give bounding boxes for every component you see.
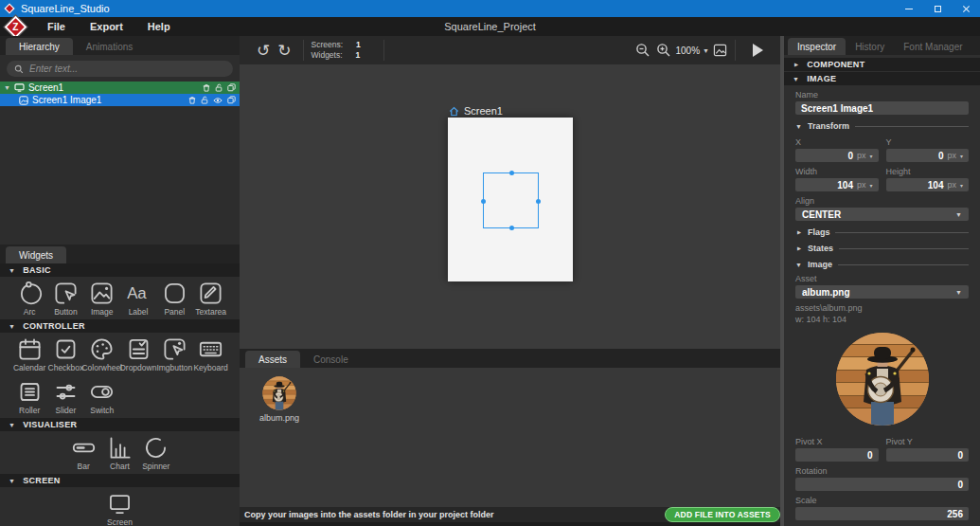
widget-keyboard[interactable]: Keyboard: [192, 336, 228, 372]
tab-hierarchy[interactable]: Hierarchy: [6, 38, 73, 55]
resize-handle-bottom[interactable]: [509, 226, 514, 230]
canvas-screen-label[interactable]: Screen1: [464, 105, 503, 117]
hierarchy-search[interactable]: [7, 61, 233, 77]
tab-history[interactable]: History: [846, 38, 894, 55]
screen-widget-icon: [107, 491, 133, 517]
widget-textarea[interactable]: Textarea: [192, 281, 228, 317]
roller-icon: [17, 379, 43, 405]
height-input[interactable]: 104 px ▾: [886, 178, 970, 191]
calendar-icon: [17, 336, 43, 362]
tree-row-screen1-image1[interactable]: Screen1 Image1: [0, 94, 240, 106]
duplicate-icon[interactable]: [227, 96, 236, 104]
y-input[interactable]: 0 px ▾: [886, 149, 970, 162]
x-input[interactable]: 0 px ▾: [795, 149, 879, 162]
section-image[interactable]: ▼ IMAGE: [784, 72, 980, 85]
scale-input[interactable]: 256: [795, 507, 969, 520]
widget-bar[interactable]: Bar: [65, 435, 101, 471]
widget-colorwheel[interactable]: Colorwheel: [84, 336, 120, 372]
minimize-icon: [905, 9, 913, 9]
menu-file[interactable]: File: [35, 21, 78, 32]
asset-select[interactable]: album.png ▼: [795, 285, 969, 299]
unlock-icon[interactable]: [215, 83, 223, 92]
widget-switch[interactable]: Switch: [84, 379, 120, 415]
name-input[interactable]: Screen1 Image1: [795, 101, 969, 115]
visibility-icon[interactable]: [213, 97, 223, 104]
asset-path-text: assets\album.png w: 104 h: 104: [795, 302, 969, 325]
unit-dropdown-icon[interactable]: ▾: [960, 182, 963, 189]
section-component[interactable]: ▼ COMPONENT: [784, 58, 980, 71]
widget-screen[interactable]: Screen: [101, 491, 137, 526]
close-icon: [962, 5, 970, 12]
resize-handle-left[interactable]: [481, 199, 486, 204]
delete-icon[interactable]: [188, 96, 196, 104]
app-logo-icon: [4, 3, 15, 14]
section-controller[interactable]: ▼ CONTROLLER: [0, 319, 240, 333]
widget-roller[interactable]: Roller: [11, 379, 47, 415]
expand-caret-icon[interactable]: ▼: [4, 84, 10, 91]
tree-row-screen1[interactable]: ▼ Screen1: [0, 82, 240, 94]
maximize-button[interactable]: [923, 0, 952, 17]
asset-album-png[interactable]: album.png: [251, 376, 308, 423]
widget-dropdown[interactable]: Dropdown: [120, 336, 156, 372]
width-input[interactable]: 104 px ▾: [795, 178, 879, 191]
tab-widgets[interactable]: Widgets: [6, 246, 66, 263]
delete-icon[interactable]: [203, 83, 210, 92]
textarea-icon: [198, 281, 223, 306]
zoom-out-icon[interactable]: [635, 43, 650, 58]
pivot-x-input[interactable]: 0: [795, 448, 879, 462]
states-subheader[interactable]: ▼ States: [795, 244, 969, 253]
widget-chart[interactable]: Chart: [101, 435, 137, 471]
assets-panel: Assets Console album.png Copy your image…: [240, 349, 784, 526]
align-select[interactable]: CENTER ▼: [795, 208, 969, 221]
flags-subheader[interactable]: ▼ Flags: [795, 227, 969, 237]
image-widget-selection[interactable]: [483, 172, 539, 228]
tab-animations[interactable]: Animations: [73, 38, 146, 55]
widget-calendar[interactable]: Calendar: [11, 336, 47, 372]
transform-subheader[interactable]: ▼ Transform: [795, 121, 969, 131]
unlock-icon[interactable]: [201, 96, 208, 104]
screen1-artboard[interactable]: [448, 118, 573, 281]
redo-button[interactable]: ↻: [274, 43, 294, 59]
widget-slider[interactable]: Slider: [47, 379, 83, 415]
height-label: Height: [886, 167, 980, 176]
minimize-button[interactable]: [895, 0, 923, 17]
resize-handle-top[interactable]: [509, 171, 514, 175]
design-canvas[interactable]: Screen1: [240, 64, 784, 349]
pivot-y-input[interactable]: 0: [886, 448, 970, 462]
section-screen[interactable]: ▼ SCREEN: [0, 474, 240, 487]
tab-console[interactable]: Console: [300, 351, 362, 368]
zoom-in-icon[interactable]: [656, 43, 671, 58]
scale-label: Scale: [795, 496, 969, 505]
unit-dropdown-icon[interactable]: ▾: [869, 153, 872, 159]
zoom-level-dropdown[interactable]: 100% ▼: [671, 45, 713, 56]
undo-button[interactable]: ↺: [253, 43, 274, 59]
widget-panel[interactable]: Panel: [156, 281, 192, 317]
duplicate-icon[interactable]: [227, 83, 236, 92]
image-subheader[interactable]: ▼ Image: [795, 260, 969, 269]
close-button[interactable]: [952, 0, 980, 17]
unit-dropdown-icon[interactable]: ▾: [960, 153, 963, 159]
fit-screen-icon[interactable]: [713, 44, 727, 57]
resize-handle-right[interactable]: [536, 199, 541, 204]
widget-imgbutton[interactable]: Imgbutton: [156, 336, 192, 372]
section-basic[interactable]: ▼ BASIC: [0, 263, 240, 277]
unit-dropdown-icon[interactable]: ▾: [869, 182, 872, 189]
widget-label[interactable]: Aa Label: [120, 281, 156, 317]
widget-arc[interactable]: Arc: [11, 281, 47, 317]
chart-icon: [107, 435, 133, 461]
tab-font-manager[interactable]: Font Manager: [894, 38, 971, 55]
widget-image[interactable]: Image: [84, 281, 120, 317]
rotation-input[interactable]: 0: [795, 478, 969, 491]
tab-inspector[interactable]: Inspector: [788, 38, 846, 55]
menu-help[interactable]: Help: [135, 21, 183, 32]
widget-spinner[interactable]: Spinner: [138, 435, 174, 471]
section-visualiser[interactable]: ▼ VISUALISER: [0, 418, 240, 431]
menu-export[interactable]: Export: [78, 21, 135, 32]
tab-assets[interactable]: Assets: [245, 351, 300, 368]
add-file-into-assets-button[interactable]: ADD FILE INTO ASSETS: [665, 507, 780, 522]
widget-checkbox[interactable]: Checkbox: [47, 336, 83, 372]
play-button[interactable]: [753, 44, 763, 57]
imgbutton-icon: [162, 336, 187, 362]
search-input[interactable]: [29, 63, 225, 74]
widget-button[interactable]: Button: [47, 281, 83, 317]
